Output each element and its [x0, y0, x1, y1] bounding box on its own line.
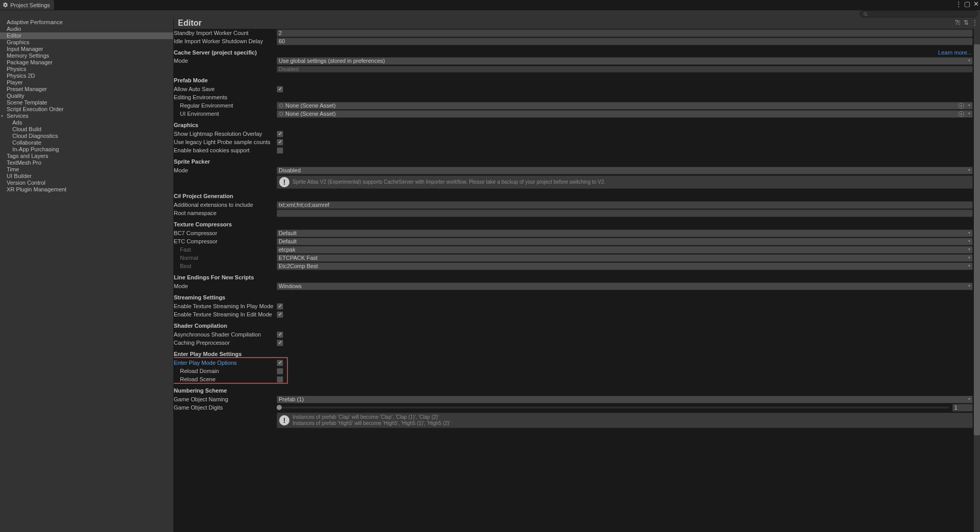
label-root-ns: Root namespace	[174, 209, 277, 217]
sidebar-item-xr-plugin-management[interactable]: XR Plugin Management	[0, 186, 173, 193]
checkbox-auto-save[interactable]	[277, 86, 283, 93]
cache-status: Disabled	[277, 66, 973, 73]
sidebar-item-preset-manager[interactable]: Preset Manager	[0, 86, 173, 93]
sidebar-item-tags-and-layers[interactable]: Tags and Layers	[0, 153, 173, 159]
sidebar-item-services[interactable]: Services	[0, 113, 173, 119]
info-icon: !	[279, 415, 289, 425]
sidebar-item-time[interactable]: Time	[0, 166, 173, 173]
label-lightmap-res: Show Lightmap Resolution Overlay	[174, 130, 277, 138]
object-regular-env[interactable]: ⬡None (Scene Asset)	[277, 102, 973, 110]
label-cache-mode: Mode	[174, 57, 277, 65]
checkbox-stream-edit[interactable]	[277, 311, 283, 318]
object-picker-icon[interactable]	[958, 103, 964, 109]
sidebar-item-physics-2d[interactable]: Physics 2D	[0, 73, 173, 79]
sidebar: Adaptive PerformanceAudioEditorGraphicsI…	[0, 17, 174, 532]
scene-icon: ⬡	[279, 111, 284, 116]
checkbox-caching-preproc[interactable]	[277, 340, 283, 346]
sidebar-item-editor[interactable]: Editor	[0, 32, 173, 39]
header-graphics: Graphics	[174, 121, 277, 129]
learn-more-link[interactable]: Learn more...	[938, 49, 972, 56]
object-ui-env[interactable]: ⬡None (Scene Asset)	[277, 110, 973, 118]
sidebar-item-version-control[interactable]: Version Control	[0, 180, 173, 186]
dropdown-etc-fast[interactable]: etcpak	[277, 246, 973, 254]
dropdown-line-mode[interactable]: Windows	[277, 282, 973, 290]
slider-go-digits[interactable]	[277, 406, 949, 409]
maximize-icon[interactable]: ▢	[964, 1, 970, 7]
dropdown-etc-normal[interactable]: ETCPACK Fast	[277, 254, 973, 262]
help-icon[interactable]: ?⃝	[955, 19, 960, 26]
input-root-ns[interactable]	[277, 209, 973, 217]
checkbox-async-shader[interactable]	[277, 331, 283, 338]
sidebar-item-script-execution-order[interactable]: Script Execution Order	[0, 106, 173, 113]
dropdown-sprite-mode[interactable]: Disabled	[277, 167, 973, 174]
header-prefab-mode: Prefab Mode	[174, 77, 277, 84]
sidebar-item-input-manager[interactable]: Input Manager	[0, 46, 173, 52]
label-etc: ETC Compressor	[174, 238, 277, 245]
scrollbar-track[interactable]	[974, 29, 980, 532]
header-csproj: C# Project Generation	[174, 192, 277, 200]
title-bar: Project Settings ⋮ ▢ ✕	[0, 0, 980, 10]
label-auto-save: Allow Auto Save	[174, 85, 277, 93]
sidebar-item-in-app-purchasing[interactable]: In-App Purchasing	[0, 146, 173, 153]
label-go-digits: Game Object Digits	[174, 404, 277, 412]
input-standby-workers[interactable]	[277, 29, 973, 37]
main-panel: Editor ?⃝ ⇅ ⋮ Standby Import Worker Coun…	[174, 17, 980, 532]
sprite-info: !Sprite Atlas V2 (Experimental) supports…	[277, 175, 973, 189]
object-picker-icon[interactable]	[958, 111, 964, 117]
sidebar-item-memory-settings[interactable]: Memory Settings	[0, 52, 173, 59]
label-sprite-mode: Mode	[174, 167, 277, 174]
dropdown-bc7[interactable]: Default	[277, 229, 973, 237]
sidebar-item-cloud-diagnostics[interactable]: Cloud Diagnostics	[0, 133, 173, 139]
input-go-digits[interactable]	[952, 404, 973, 412]
checkbox-lightmap-res[interactable]	[277, 131, 283, 137]
label-reload-domain: Reload Domain	[174, 367, 277, 375]
sidebar-item-scene-template[interactable]: Scene Template	[0, 99, 173, 106]
sidebar-item-cloud-build[interactable]: Cloud Build	[0, 126, 173, 133]
sidebar-item-graphics[interactable]: Graphics	[0, 39, 173, 46]
label-stream-edit: Enable Texture Streaming In Edit Mode	[174, 311, 277, 318]
sidebar-item-ui-builder[interactable]: UI Builder	[0, 173, 173, 180]
info-icon: !	[279, 177, 289, 187]
search-input[interactable]	[860, 10, 978, 17]
input-extensions[interactable]	[277, 201, 973, 209]
project-settings-tab[interactable]: Project Settings	[0, 0, 54, 10]
label-caching-preproc: Caching Preprocessor	[174, 339, 277, 347]
dropdown-go-naming[interactable]: Prefab (1)	[277, 396, 973, 403]
label-editing-envs: Editing Environments	[174, 94, 277, 101]
close-icon[interactable]: ✕	[973, 1, 979, 7]
main-header: Editor ?⃝ ⇅ ⋮	[174, 17, 980, 29]
sidebar-item-package-manager[interactable]: Package Manager	[0, 59, 173, 66]
gear-icon	[3, 2, 8, 8]
sidebar-item-audio[interactable]: Audio	[0, 26, 173, 32]
label-line-mode: Mode	[174, 282, 277, 290]
checkbox-reload-scene[interactable]	[277, 376, 283, 383]
menu-icon[interactable]: ⋮	[972, 19, 978, 26]
input-idle-shutdown[interactable]	[277, 38, 973, 45]
window-controls: ⋮ ▢ ✕	[955, 1, 979, 7]
kebab-icon[interactable]: ⋮	[955, 1, 961, 7]
checkbox-reload-domain[interactable]	[277, 368, 283, 375]
checkbox-baked-cookies[interactable]	[277, 147, 283, 154]
dropdown-etc-best[interactable]: Etc2Comp Best	[277, 262, 973, 270]
header-sprite-packer: Sprite Packer	[174, 158, 277, 166]
dropdown-cache-mode[interactable]: Use global settings (stored in preferenc…	[277, 57, 973, 65]
preset-icon[interactable]: ⇅	[964, 19, 969, 26]
numbering-info: ! Instances of prefab 'Clap' will become…	[277, 413, 973, 428]
sidebar-item-quality[interactable]: Quality	[0, 93, 173, 99]
label-go-naming: Game Object Naming	[174, 396, 277, 403]
checkbox-stream-play[interactable]	[277, 303, 283, 310]
checkbox-legacy-probe[interactable]	[277, 139, 283, 146]
sidebar-item-ads[interactable]: Ads	[0, 119, 173, 126]
checkbox-play-options[interactable]	[277, 360, 283, 366]
sidebar-item-collaborate[interactable]: Collaborate	[0, 139, 173, 146]
label-regular-env: Regular Environment	[174, 102, 277, 110]
sidebar-item-adaptive-performance[interactable]: Adaptive Performance	[0, 19, 173, 26]
scrollbar-thumb[interactable]	[974, 44, 980, 435]
sidebar-item-physics[interactable]: Physics	[0, 66, 173, 73]
dropdown-etc[interactable]: Default	[277, 238, 973, 245]
sidebar-item-textmesh-pro[interactable]: TextMesh Pro	[0, 159, 173, 166]
sidebar-item-player[interactable]: Player	[0, 79, 173, 86]
header-line-endings: Line Endings For New Scripts	[174, 274, 277, 281]
label-bc7: BC7 Compressor	[174, 229, 277, 237]
label-standby-workers: Standby Import Worker Count	[174, 29, 277, 37]
